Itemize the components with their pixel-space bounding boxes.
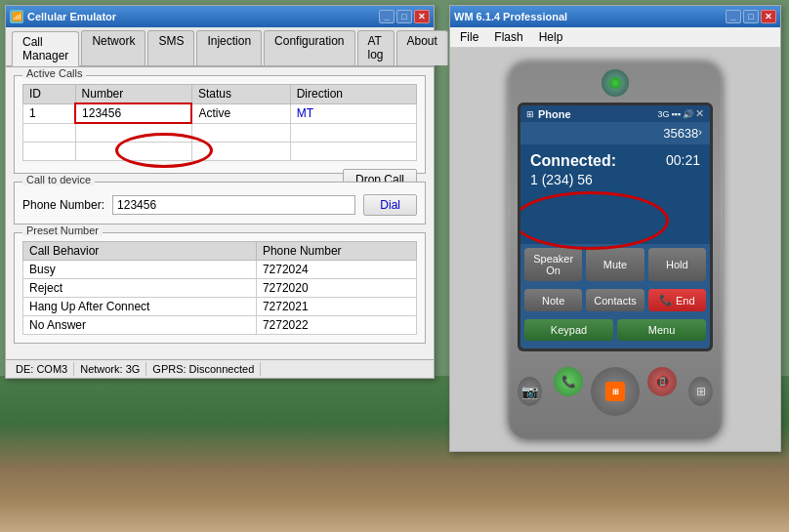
active-calls-table: ID Number Status Direction 1 123456 Acti… [22, 84, 417, 161]
status-network: Network: 3G [74, 362, 146, 376]
phone-status-icons: 3G ▪▪▪ 🔊 ✕ [657, 107, 704, 120]
wm-menu-file[interactable]: File [456, 29, 482, 45]
phone-number-display: 35638 › [520, 122, 710, 144]
col-id: ID [23, 85, 76, 104]
preset-col-number: Phone Number [256, 241, 416, 260]
maximize-button[interactable]: □ [396, 10, 412, 23]
preset-number-2: 7272020 [256, 278, 416, 297]
phone-bottom-nav: 📷 📞 ⊞ 📵 [518, 359, 713, 420]
preset-behavior-3: Hang Up After Connect [23, 297, 257, 315]
wm-titlebar: WM 6.1.4 Professional _ □ ✕ [450, 6, 780, 27]
wm-menu-flash[interactable]: Flash [490, 29, 526, 45]
tab-call-manager[interactable]: Call Manager [12, 31, 79, 66]
cell-direction: MT [290, 103, 416, 123]
list-item: No Answer 7272022 [23, 315, 417, 334]
status-bar: DE: COM3 Network: 3G GPRS: Disconnected [6, 359, 434, 378]
wm-minimize-button[interactable]: _ [726, 10, 741, 23]
tab-strip: Call Manager Network SMS Injection Confi… [6, 27, 434, 67]
phone-screen: ⊞ Phone 3G ▪▪▪ 🔊 ✕ 35638 › [520, 105, 710, 348]
tab-about[interactable]: About [396, 30, 448, 65]
phone-buttons-row1: Speaker On Mute Hold [520, 244, 710, 281]
table-row-empty2 [23, 142, 417, 160]
wm-close-button[interactable]: ✕ [761, 10, 776, 23]
col-status: Status [191, 85, 290, 104]
wm-menu-help[interactable]: Help [535, 29, 567, 45]
status-com: DE: COM3 [10, 362, 74, 376]
call-answer-button[interactable]: 📞 [554, 367, 583, 396]
preset-table: Call Behavior Phone Number Busy 7272024 … [22, 241, 417, 335]
keypad-button[interactable]: Keypad [524, 319, 613, 341]
windows-mobile-logo: ⊞ [605, 382, 625, 401]
speaker-on-button[interactable]: Speaker On [524, 248, 582, 281]
preset-number-group: Preset Number Call Behavior Phone Number… [14, 232, 426, 344]
phone-call-area: Connected: 1 (234) 56 00:21 [520, 144, 710, 244]
cell-id: 1 [23, 103, 76, 123]
phone-icon-small: 📷 [521, 384, 538, 399]
active-calls-group: Active Calls ID Number Status Direction … [14, 75, 426, 174]
call-number: 1 (234) 56 [530, 172, 700, 187]
call-device-row: Phone Number: Dial [22, 194, 417, 216]
win-controls: _ □ ✕ [379, 10, 430, 23]
call-end-icon: 📵 [655, 375, 670, 389]
tab-configuration[interactable]: Configuration [264, 30, 354, 65]
minimize-button[interactable]: _ [379, 10, 394, 23]
phone-buttons-row2: Note Contacts 📞 End [520, 285, 710, 315]
cell-status: Active [191, 103, 290, 123]
list-item: Reject 7272020 [23, 278, 417, 297]
call-timer: 00:21 [666, 152, 700, 168]
phone-screen-outer: ⊞ Phone 3G ▪▪▪ 🔊 ✕ 35638 › [518, 102, 713, 351]
windows-logo: ⊞ [526, 109, 534, 119]
preset-behavior-1: Busy [23, 260, 257, 278]
cell-number: 123456 [75, 103, 191, 123]
preset-number-1: 7272024 [256, 260, 416, 278]
tab-sms[interactable]: SMS [147, 30, 194, 65]
phone-dpad[interactable]: ⊞ [591, 367, 640, 416]
cellular-icon: 📶 [10, 10, 23, 23]
wm-title: WM 6.1.4 Professional [454, 11, 567, 22]
close-button[interactable]: ✕ [414, 10, 430, 23]
preset-col-behavior: Call Behavior [23, 241, 257, 260]
call-device-label: Call to device [22, 174, 95, 185]
active-calls-label: Active Calls [22, 67, 86, 79]
phone-title: Phone [538, 108, 571, 120]
tab-network[interactable]: Network [81, 30, 145, 65]
phone-center-controls: 📞 ⊞ 📵 [554, 367, 677, 416]
hold-button[interactable]: Hold [648, 248, 706, 281]
preset-behavior-4: No Answer [23, 315, 257, 334]
list-item: Hang Up After Connect 7272021 [23, 297, 417, 315]
content-area: Active Calls ID Number Status Direction … [6, 67, 434, 359]
phone-side-btn-right[interactable]: ⊞ [688, 377, 713, 406]
wm-menu-bar: File Flash Help [450, 27, 780, 48]
call-to-device-group: Call to device Phone Number: Dial [14, 182, 426, 225]
dial-button[interactable]: Dial [363, 194, 417, 216]
wm-window: WM 6.1.4 Professional _ □ ✕ File Flash H… [449, 5, 781, 452]
call-answer-icon: 📞 [561, 375, 576, 389]
end-button[interactable]: 📞 End [648, 289, 706, 311]
wm-maximize-button[interactable]: □ [743, 10, 759, 23]
signal-bars-icon: ▪▪▪ [671, 109, 681, 119]
menu-button[interactable]: Menu [617, 319, 706, 341]
phone-top-button[interactable] [602, 69, 629, 97]
phone-device: ⊞ Phone 3G ▪▪▪ 🔊 ✕ 35638 › [508, 60, 723, 439]
preset-behavior-2: Reject [23, 278, 257, 297]
scroll-right-icon[interactable]: › [698, 126, 702, 138]
cellular-title: Cellular Emulator [27, 11, 116, 22]
phone-number-label: Phone Number: [22, 198, 104, 212]
end-icon: 📞 End [659, 294, 695, 307]
mute-button[interactable]: Mute [586, 248, 644, 281]
volume-icon: 🔊 [683, 109, 693, 119]
screen-close-button[interactable]: ✕ [695, 107, 704, 120]
phone-nav-row: Keypad Menu [520, 319, 710, 345]
status-gprs: GPRS: Disconnected [146, 362, 261, 376]
contacts-button[interactable]: Contacts [586, 289, 644, 311]
tab-atlog[interactable]: AT log [357, 30, 394, 65]
tab-injection[interactable]: Injection [196, 30, 262, 65]
table-row-empty1 [23, 123, 417, 142]
call-end-button[interactable]: 📵 [647, 367, 677, 396]
signal-3g: 3G [657, 109, 669, 119]
phone-side-btn-left[interactable]: 📷 [518, 377, 542, 406]
note-button[interactable]: Note [524, 289, 582, 311]
preset-label: Preset Number [22, 225, 103, 236]
preset-number-4: 7272022 [256, 315, 416, 334]
phone-number-input[interactable] [112, 195, 355, 215]
